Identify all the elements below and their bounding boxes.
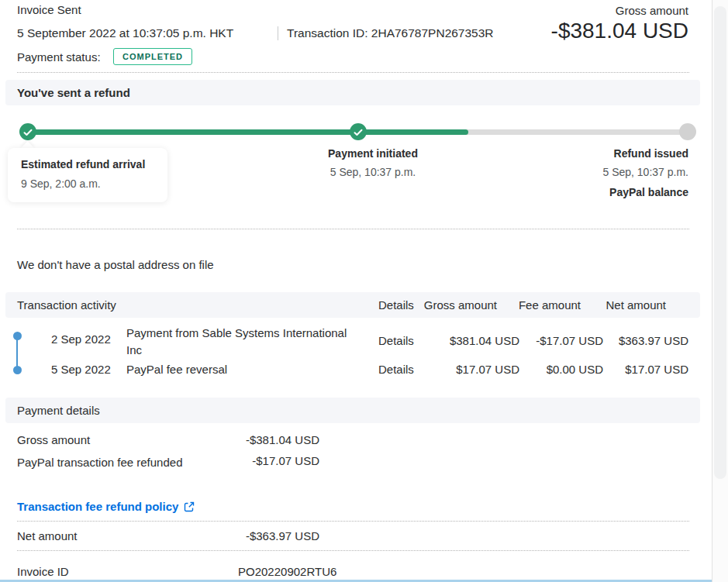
vertical-separator <box>278 26 278 40</box>
step-date-initiated: 5 Sep, 10:37 p.m. <box>295 166 450 178</box>
detail-value: -$381.04 USD <box>246 433 319 446</box>
detail-value: -$17.07 USD <box>252 454 319 467</box>
column-header-net: Net amount <box>606 292 666 318</box>
activity-date: 5 Sep 2022 <box>51 363 111 376</box>
column-header-gross: Gross amount <box>424 292 497 318</box>
check-icon <box>23 126 33 139</box>
step-label-issued: Refund issued <box>614 147 688 160</box>
dotted-divider <box>17 550 689 551</box>
activity-net-amount: $363.97 USD <box>619 334 688 347</box>
check-icon <box>354 126 363 139</box>
gross-amount-label: Gross amount <box>616 4 688 17</box>
transaction-datetime: 5 September 2022 at 10:37:05 p.m. HKT <box>17 26 233 40</box>
refund-section-header: You've sent a refund <box>5 80 700 105</box>
invoice-id-value: PO20220902RTU6 <box>238 565 336 578</box>
external-link-icon <box>184 501 195 512</box>
activity-net-amount: $17.07 USD <box>625 363 688 376</box>
scrollbar-track <box>712 0 728 582</box>
postal-address-notice: We don't have a postal address on file <box>17 258 214 271</box>
step-label-initiated: Payment initiated <box>295 147 450 160</box>
transaction-id: Transaction ID: 2HA76787PN267353R <box>287 26 494 40</box>
payment-details-title: Payment details <box>17 398 100 423</box>
detail-label: Gross amount <box>17 433 90 446</box>
refund-method-label: PayPal balance <box>609 186 688 198</box>
transaction-id-value: 2HA76787PN267353R <box>371 26 494 40</box>
activity-fee-amount: -$17.07 USD <box>536 334 603 347</box>
invoice-id-label: Invoice ID <box>17 565 69 578</box>
transaction-id-label: Transaction ID: <box>287 26 368 40</box>
activity-description: PayPal fee reversal <box>126 363 227 376</box>
refund-progress-fill <box>28 129 468 135</box>
column-header-details: Details <box>378 292 414 318</box>
activity-gross-amount: $17.07 USD <box>456 363 519 376</box>
payment-details-header: Payment details <box>5 398 700 423</box>
column-header-fee: Fee amount <box>519 292 581 318</box>
refund-section-title: You've sent a refund <box>17 80 130 105</box>
step-date-arrival: 9 Sep, 2:00 a.m. <box>21 177 101 190</box>
activity-date: 2 Sep 2022 <box>51 332 111 346</box>
step-pending-circle <box>679 123 696 140</box>
dotted-divider <box>17 229 689 229</box>
activity-description: Payment from Sable Systems International… <box>126 325 357 359</box>
dotted-divider <box>17 72 689 73</box>
step-complete-circle <box>19 123 36 140</box>
transaction-fee-refund-policy-link[interactable]: Transaction fee refund policy <box>17 500 195 513</box>
activity-section-title: Transaction activity <box>17 292 116 318</box>
status-badge: COMPLETED <box>113 48 192 65</box>
details-link[interactable]: Details <box>378 363 414 376</box>
estimated-arrival-card <box>8 148 167 202</box>
payment-status-label: Payment status: <box>17 50 101 64</box>
details-link[interactable]: Details <box>378 334 414 347</box>
net-amount-label: Net amount <box>17 529 78 542</box>
dotted-divider <box>17 521 689 522</box>
step-date-issued: 5 Sep, 10:37 p.m. <box>602 166 688 178</box>
step-label-arrival: Estimated refund arrival <box>21 158 145 170</box>
activity-gross-amount: $381.04 USD <box>450 334 519 347</box>
activity-fee-amount: $0.00 USD <box>547 363 603 376</box>
scrollbar-thumb[interactable] <box>714 6 726 479</box>
activity-section-header: Transaction activity Details Gross amoun… <box>5 292 700 318</box>
net-amount-value: -$363.97 USD <box>246 529 319 542</box>
step-complete-circle <box>350 123 367 140</box>
transaction-details-page: Invoice Sent 5 September 2022 at 10:37:0… <box>0 0 728 582</box>
activity-dot <box>13 366 22 374</box>
page-title: Invoice Sent <box>17 3 81 16</box>
activity-connector-line <box>16 336 18 370</box>
gross-amount-value: -$381.04 USD <box>551 19 688 43</box>
policy-link-label: Transaction fee refund policy <box>17 500 178 513</box>
detail-label: PayPal transaction fee refunded <box>17 454 184 471</box>
